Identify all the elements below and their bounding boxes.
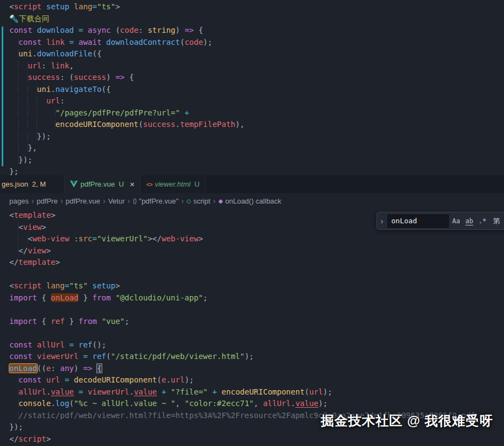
code-token: }); <box>9 422 23 431</box>
code-token <box>9 143 28 152</box>
code-token: console <box>19 399 51 408</box>
breadcrumb-separator: › <box>181 196 184 205</box>
breadcrumb-label: pdfPre <box>37 197 57 205</box>
code-line[interactable]: 🔦下载合同 <box>9 13 504 25</box>
code-line[interactable]: const viewerUrl = ref("/static/pdf/web/v… <box>9 351 504 363</box>
expand-replace-icon[interactable]: › <box>378 216 386 225</box>
code-token: = <box>78 387 83 396</box>
code-token: } <box>78 293 92 302</box>
code-line[interactable]: }); <box>9 131 504 143</box>
code-line[interactable]: </view> <box>9 245 504 257</box>
code-token: allUrl <box>19 387 47 396</box>
code-token: , <box>69 61 74 70</box>
code-token <box>97 317 101 326</box>
code-token <box>111 293 115 302</box>
code-line[interactable]: }); <box>9 154 504 166</box>
code-token <box>9 120 55 129</box>
breadcrumb-item[interactable]: pdfPre.vue <box>66 197 100 205</box>
close-tab-icon[interactable]: × <box>130 180 135 188</box>
code-token <box>9 61 28 70</box>
find-results-count: 第 <box>493 216 500 226</box>
code-token: ) <box>106 73 115 82</box>
code-token: }); <box>19 155 32 164</box>
code-token: "ts" <box>97 2 115 11</box>
code-token: = <box>92 2 97 11</box>
whole-word-toggle[interactable]: ab <box>464 215 475 227</box>
tab-pages-json[interactable]: ges.json 2, M <box>0 175 65 193</box>
code-line[interactable]: success: (success) => { <box>9 72 504 84</box>
code-token: decodeURIComponent <box>74 375 157 384</box>
code-line[interactable]: uni.downloadFile({ <box>9 48 504 60</box>
code-token: "color:#2ecc71" <box>184 399 253 408</box>
code-line[interactable]: allUrl.value = viewerUrl.value + "?file=… <box>9 386 504 398</box>
code-line[interactable]: }, <box>9 142 504 154</box>
code-line[interactable]: import { onLoad } from "@dcloudio/uni-ap… <box>9 292 504 304</box>
code-token <box>166 387 171 396</box>
code-token: navigateTo <box>55 85 101 94</box>
code-line[interactable]: <script setup lang="ts"> <box>9 1 504 13</box>
code-token: </ <box>9 258 19 267</box>
code-token: "@dcloudio/uni-app" <box>115 293 203 302</box>
tab-pdfpre-vue[interactable]: pdfPre.vue U × <box>65 175 141 193</box>
code-line[interactable]: import { ref } from "vue"; <box>9 316 504 328</box>
code-token: success <box>143 120 175 129</box>
code-line[interactable]: </template> <box>9 257 504 269</box>
code-token: url <box>309 387 323 396</box>
code-line[interactable]: url: <box>9 95 504 107</box>
code-token: allUrl <box>37 340 65 349</box>
code-token: download <box>37 26 74 34</box>
regex-toggle[interactable]: .* <box>477 215 488 227</box>
code-token: code <box>184 38 203 47</box>
code-token <box>9 387 19 396</box>
breadcrumb-item[interactable]: pdfPre <box>37 197 57 205</box>
code-line[interactable]: uni.navigateTo({ <box>9 84 504 96</box>
breadcrumb-item[interactable]: Vetur <box>108 197 125 205</box>
code-line[interactable]: </script> <box>9 433 504 445</box>
code-line[interactable]: }; <box>9 166 504 175</box>
code-token: template <box>14 211 50 219</box>
find-input[interactable] <box>387 215 449 228</box>
breadcrumb-item[interactable]: pages <box>9 197 28 205</box>
tab-viewer-html[interactable]: <> viewer.html U <box>141 175 206 193</box>
code-token: = <box>69 340 74 349</box>
code-line[interactable]: encodeURIComponent(success.tempFilePath)… <box>9 119 504 131</box>
code-token: const <box>9 352 32 361</box>
code-line[interactable] <box>9 327 504 339</box>
code-token <box>217 387 221 396</box>
code-line[interactable] <box>9 269 504 281</box>
code-line[interactable] <box>9 304 504 316</box>
match-case-toggle[interactable]: Aa <box>450 215 462 227</box>
code-token: . <box>175 120 179 129</box>
code-token: await <box>78 38 101 47</box>
code-token <box>9 399 19 408</box>
code-token: , <box>254 399 263 408</box>
code-token: success <box>28 73 60 82</box>
code-token: > <box>199 234 203 243</box>
code-line[interactable]: const download = async (code: string) =>… <box>9 25 504 37</box>
code-line[interactable]: const allUrl = ref(); <box>9 339 504 351</box>
code-line[interactable]: <web-view :src="viewerUrl"></web-view> <box>9 233 504 245</box>
code-line[interactable]: url: link, <box>9 60 504 72</box>
git-status-badge: U <box>194 180 199 188</box>
code-token: "%c ~ allUrl.value ~ " <box>74 399 175 408</box>
breadcrumb-separator: › <box>128 196 130 205</box>
breadcrumb-item[interactable]: ◇script <box>187 197 211 205</box>
code-token: downloadContract <box>106 38 180 47</box>
code-line[interactable]: const url = decodeURIComponent(e.url); <box>9 374 504 386</box>
tab-bar: ges.json 2, M pdfPre.vue U × <> viewer.h… <box>0 175 504 193</box>
code-token: . <box>291 399 295 408</box>
code-token: ); <box>318 399 328 408</box>
breadcrumb-item[interactable]: {}"pdfPre.vue" <box>133 197 178 205</box>
code-line[interactable]: console.log("%c ~ allUrl.value ~ ", "col… <box>9 398 504 410</box>
code-token: e <box>46 364 50 373</box>
code-line[interactable]: "/pages/pdfPre/pdfPre?url=" + <box>9 107 504 119</box>
gutter-modified-indicator <box>2 26 3 166</box>
code-token: template <box>19 258 55 267</box>
code-line[interactable]: <script lang="ts" setup> <box>9 280 504 292</box>
code-token: value <box>134 387 157 396</box>
code-token: = <box>78 26 83 34</box>
code-token <box>9 96 46 105</box>
code-line[interactable]: onLoad((e: any) => { <box>9 363 504 375</box>
code-line[interactable]: const link = await downloadContract(code… <box>9 37 504 49</box>
breadcrumb-item[interactable]: ◆onLoad() callback <box>218 197 281 205</box>
